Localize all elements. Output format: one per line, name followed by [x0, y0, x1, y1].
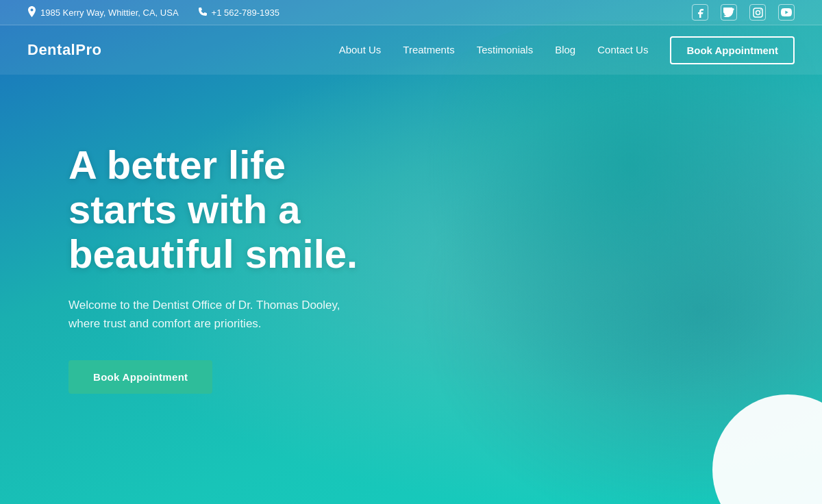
book-appointment-button-hero[interactable]: Book Appointment: [68, 360, 212, 394]
twitter-icon[interactable]: [721, 4, 737, 21]
youtube-icon[interactable]: [778, 4, 795, 21]
hero-title: A better life starts with a beautiful sm…: [68, 143, 397, 277]
address-text: 1985 Kerry Way, Whittier, CA, USA: [40, 8, 179, 18]
phone-item: +1 562-789-1935: [198, 7, 279, 18]
hero-section: A better life starts with a beautiful sm…: [0, 75, 397, 394]
svg-point-2: [760, 9, 761, 10]
top-bar: 1985 Kerry Way, Whittier, CA, USA +1 562…: [0, 0, 822, 25]
nav-testimonials[interactable]: Testimonials: [477, 44, 534, 55]
nav-about[interactable]: About Us: [339, 44, 382, 55]
social-icons: [692, 4, 795, 21]
phone-text: +1 562-789-1935: [212, 8, 279, 18]
top-bar-contact: 1985 Kerry Way, Whittier, CA, USA +1 562…: [27, 6, 279, 19]
phone-icon: [198, 7, 208, 18]
address-item: 1985 Kerry Way, Whittier, CA, USA: [27, 6, 179, 19]
nav-treatments[interactable]: Treatments: [403, 44, 454, 55]
facebook-icon[interactable]: [692, 4, 708, 21]
nav-blog[interactable]: Blog: [555, 44, 575, 55]
navbar: DentalPro About Us Treatments Testimonia…: [0, 25, 822, 75]
nav-contact[interactable]: Contact Us: [597, 44, 648, 55]
book-appointment-button-nav[interactable]: Book Appointment: [670, 36, 795, 64]
nav-links: About Us Treatments Testimonials Blog Co…: [339, 36, 795, 64]
instagram-icon[interactable]: [749, 4, 766, 21]
hero-subtitle: Welcome to the Dentist Office of Dr. Tho…: [68, 296, 370, 333]
svg-point-1: [756, 10, 760, 14]
location-icon: [27, 6, 36, 19]
logo[interactable]: DentalPro: [27, 41, 101, 59]
